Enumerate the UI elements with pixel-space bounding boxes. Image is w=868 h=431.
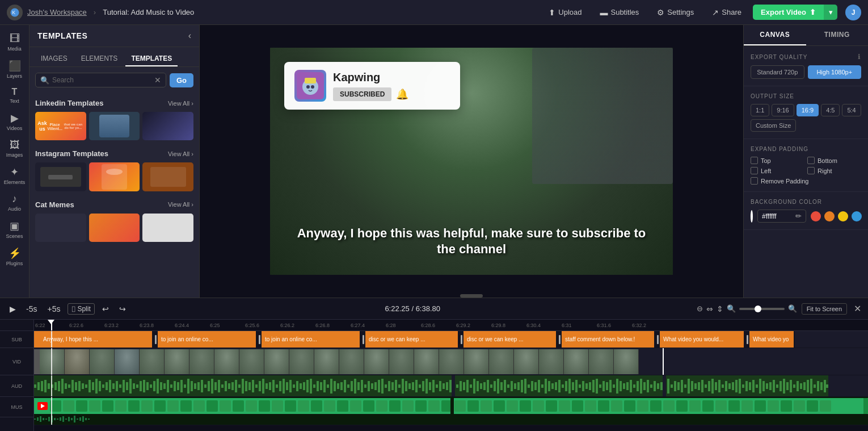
template-thumb-linkedin-1[interactable]: Ask usPlace Villent...that we can do for… xyxy=(35,112,86,140)
collapse-panel-button[interactable]: ‹ xyxy=(188,31,191,41)
sidebar-item-videos[interactable]: ▶ Videos xyxy=(2,108,28,135)
expand-top-checkbox[interactable] xyxy=(751,157,758,164)
plus5-button[interactable]: +5s xyxy=(44,303,63,315)
sidebar-item-elements[interactable]: ✦ Elements xyxy=(2,162,28,189)
hex-input[interactable] xyxy=(762,212,793,220)
export-dropdown-button[interactable]: ▾ xyxy=(824,5,837,20)
template-thumb-cat-1[interactable] xyxy=(35,214,86,242)
search-clear-button[interactable]: ✕ xyxy=(154,76,161,85)
upload-button[interactable]: ⬆ Upload xyxy=(542,5,588,20)
bell-icon[interactable]: 🔔 xyxy=(396,88,408,101)
svg-rect-77 xyxy=(262,379,264,394)
subtitle-segment-6[interactable]: What video you would... xyxy=(660,331,745,348)
svg-rect-50 xyxy=(170,384,172,388)
subtitle-segment-0[interactable]: Anyway, I hope this ... xyxy=(40,331,153,348)
audio-track xyxy=(34,375,868,397)
export-video-button[interactable]: Export Video ⬆ xyxy=(753,5,824,20)
svg-rect-110 xyxy=(374,382,377,390)
search-go-button[interactable]: Go xyxy=(170,73,193,87)
subtitle-segment-1[interactable]: to join an online co... xyxy=(158,331,257,348)
tab-canvas[interactable]: CANVAS xyxy=(744,25,806,45)
template-thumb-cat-2[interactable] xyxy=(89,214,140,242)
expand-top[interactable]: Top xyxy=(751,157,804,164)
play-button[interactable]: ▶ xyxy=(7,303,19,315)
subtitle-segment-3[interactable]: disc or we can keep ... xyxy=(365,331,459,348)
svg-rect-44 xyxy=(150,384,152,388)
linkedin-view-all[interactable]: View All › xyxy=(168,100,193,107)
tab-templates[interactable]: TEMPLATES xyxy=(125,52,178,66)
avatar[interactable]: J xyxy=(845,5,861,20)
svg-rect-91 xyxy=(310,379,312,394)
sidebar-item-scenes[interactable]: ▣ Scenes xyxy=(2,216,28,242)
expand-bottom[interactable]: Bottom xyxy=(807,157,861,164)
share-button[interactable]: ↗ Share xyxy=(705,5,748,20)
svg-rect-55 xyxy=(187,379,189,394)
undo-button[interactable]: ↩ xyxy=(99,303,112,315)
timeline-scroll[interactable]: 6:22 6:22.6 6:23.2 6:23.8 6:24.4 6:25 6:… xyxy=(34,320,868,431)
subtitle-segment-7[interactable]: What video yo xyxy=(749,331,795,348)
sidebar-item-layers[interactable]: ⬛ Layers xyxy=(2,56,28,82)
template-thumb-linkedin-3[interactable] xyxy=(142,112,193,140)
sidebar-item-images[interactable]: 🖼 Images xyxy=(2,136,28,161)
remove-padding[interactable]: Remove Padding xyxy=(751,177,861,185)
color-pen-icon[interactable]: ✏ xyxy=(795,212,802,220)
sidebar-item-media[interactable]: 🎞 Media xyxy=(2,30,28,55)
info-icon[interactable]: ℹ xyxy=(858,53,861,61)
size-16-9-button[interactable]: 16:9 xyxy=(797,104,819,116)
tab-elements[interactable]: ELEMENTS xyxy=(75,52,124,66)
svg-rect-126 xyxy=(429,382,431,390)
sidebar-item-text[interactable]: T Text xyxy=(2,83,28,107)
subtitle-segment-4[interactable]: disc or we can keep ... xyxy=(464,331,557,348)
size-5-4-button[interactable]: 5:4 xyxy=(842,104,861,116)
music-segment[interactable] xyxy=(34,398,868,414)
preset-color-yellow[interactable] xyxy=(838,211,848,221)
expand-bottom-checkbox[interactable] xyxy=(807,157,815,164)
subtitle-segment-5[interactable]: staff comment down below.! xyxy=(562,331,655,348)
video-frame-strip[interactable] xyxy=(40,349,868,374)
template-thumb-linkedin-2[interactable] xyxy=(89,112,140,140)
split-button[interactable]: ⌷ Split xyxy=(68,303,94,315)
tab-timing[interactable]: TIMING xyxy=(806,25,869,45)
cat-view-all[interactable]: View All › xyxy=(168,201,193,208)
canvas-resize-handle[interactable] xyxy=(460,294,483,298)
expand-right-checkbox[interactable] xyxy=(807,167,815,174)
template-thumb-insta-2[interactable] xyxy=(89,162,140,191)
preset-color-red[interactable] xyxy=(811,211,821,221)
redo-button[interactable]: ↪ xyxy=(116,303,129,315)
custom-size-button[interactable]: Custom Size xyxy=(751,119,796,132)
expand-right[interactable]: Right xyxy=(807,167,861,174)
svg-rect-23 xyxy=(78,381,81,391)
quality-high-button[interactable]: High 1080p+ xyxy=(808,65,862,79)
fit-to-screen-button[interactable]: Fit to Screen xyxy=(802,303,847,315)
search-input[interactable] xyxy=(52,76,151,84)
template-thumb-insta-3[interactable] xyxy=(142,162,193,191)
settings-button[interactable]: ⚙ Settings xyxy=(650,5,701,20)
subtitles-button[interactable]: ▬ Subtitles xyxy=(593,5,646,20)
size-9-16-button[interactable]: 9:16 xyxy=(772,104,794,116)
segment-gap-1 xyxy=(257,331,262,348)
instagram-view-all[interactable]: View All › xyxy=(168,150,193,157)
preset-color-blue[interactable] xyxy=(852,211,862,221)
subtitle-segment-2[interactable]: to join an online co... xyxy=(262,331,361,348)
expand-left[interactable]: Left xyxy=(751,167,804,174)
expand-left-checkbox[interactable] xyxy=(751,167,758,174)
preset-color-orange[interactable] xyxy=(824,211,835,221)
sidebar-item-plugins[interactable]: ⚡ Plugins xyxy=(2,244,28,270)
timeline-close-button[interactable]: ✕ xyxy=(854,303,861,314)
svg-rect-209 xyxy=(711,379,714,394)
workspace-link[interactable]: Josh's Workspace xyxy=(27,8,87,16)
template-thumb-insta-1[interactable] xyxy=(35,162,86,191)
tab-images[interactable]: IMAGES xyxy=(35,52,73,66)
template-thumb-cat-3[interactable] xyxy=(142,214,193,242)
subscribe-button[interactable]: SUBSCRIBED xyxy=(333,87,391,101)
size-1-1-button[interactable]: 1:1 xyxy=(751,104,769,116)
playhead-ruler-marker xyxy=(51,320,52,330)
size-4-5-button[interactable]: 4:5 xyxy=(821,104,840,116)
remove-padding-checkbox[interactable] xyxy=(751,177,758,185)
minus5-button[interactable]: -5s xyxy=(23,303,40,315)
quality-standard-button[interactable]: Standard 720p xyxy=(751,65,804,79)
zoom-slider[interactable] xyxy=(739,308,785,310)
subscribe-row: SUBSCRIBED 🔔 xyxy=(333,87,450,101)
sidebar-item-audio[interactable]: ♪ Audio xyxy=(2,190,28,215)
bg-color-swatch[interactable] xyxy=(751,210,753,223)
